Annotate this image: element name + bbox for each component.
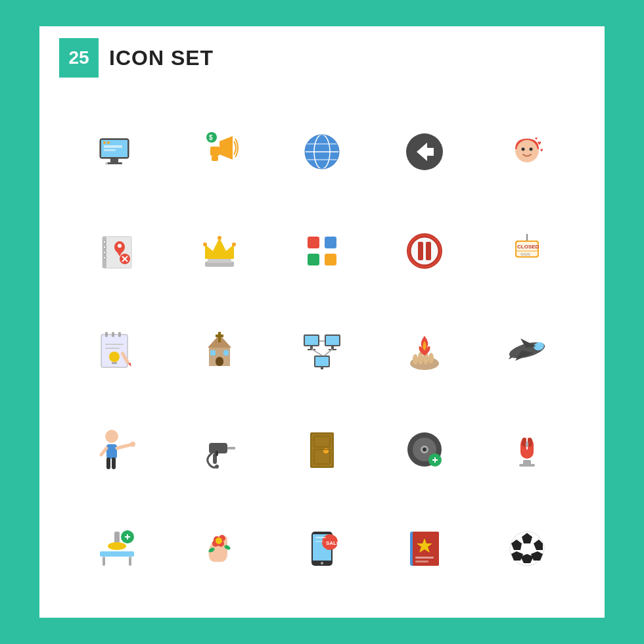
svg-rect-84 [326,336,339,345]
svg-point-138 [108,542,126,550]
notepad-idea-icon [87,321,147,380]
svg-rect-64 [112,332,114,337]
svg-point-146 [216,538,222,544]
svg-rect-110 [209,443,227,453]
svg-rect-81 [310,346,313,349]
back-arrow-icon [395,122,454,181]
svg-rect-3 [106,162,122,164]
svg-point-44 [203,242,207,246]
svg-point-68 [109,352,120,362]
icon-cell-fire-hands [373,301,476,400]
svg-text:CLOSED: CLOSED [517,244,540,250]
icon-cell-mouse [476,400,578,499]
svg-point-97 [428,353,434,363]
svg-rect-11 [212,156,218,161]
main-card: 25 ICON SET [39,26,605,618]
icon-cell-hand-flower [168,499,271,598]
medical-table-icon [87,519,147,578]
drill-icon [190,420,249,479]
svg-rect-108 [106,457,110,469]
svg-point-25 [530,148,533,151]
mouse-icon [497,420,557,479]
icon-cell-soccer [476,499,578,598]
badge: 25 [59,38,99,78]
svg-rect-128 [519,464,535,467]
svg-rect-78 [223,350,229,356]
svg-marker-9 [219,136,233,160]
svg-rect-77 [210,350,216,356]
svg-point-33 [103,251,106,254]
closed-sign-icon: CLOSED SIGN [497,221,557,281]
monitor-payment-icon [87,122,147,181]
svg-rect-7 [104,145,122,148]
svg-rect-80 [305,336,318,345]
svg-rect-65 [118,332,121,337]
add-media-icon [395,420,454,479]
svg-point-45 [218,236,221,240]
svg-rect-67 [105,348,120,349]
icon-cell-door [271,400,373,499]
door-icon [292,420,352,479]
person-pointing-icon [87,420,147,479]
icon-cell-closed: CLOSED SIGN [476,202,578,301]
svg-rect-69 [112,362,117,364]
svg-point-6 [107,141,110,144]
svg-rect-47 [308,237,319,248]
svg-marker-43 [205,238,234,259]
baby-icon: ♥ ♥ ♥ [497,122,557,181]
svg-text:♥: ♥ [540,147,543,153]
fire-hands-icon [395,321,454,380]
svg-point-36 [118,244,122,248]
svg-point-103 [105,430,118,443]
svg-point-32 [103,246,106,248]
crown-icon [190,221,249,281]
svg-point-23 [517,140,538,161]
icon-cell-back [373,103,476,202]
svg-rect-63 [105,332,108,337]
svg-rect-49 [308,254,319,265]
icon-cell-globe [271,103,373,202]
svg-text:SALE: SALE [326,540,340,546]
svg-rect-85 [331,346,334,349]
icon-cell-network [271,301,373,400]
svg-rect-8 [104,149,116,151]
icon-cell-person [66,400,168,499]
svg-rect-113 [216,451,218,456]
no-entry-icon [395,221,454,281]
svg-point-46 [232,242,236,246]
header: 25 ICON SET [39,26,605,89]
svg-rect-50 [325,254,336,265]
svg-rect-131 [522,438,526,447]
svg-rect-135 [103,557,105,566]
svg-rect-155 [315,541,323,542]
icon-cell-monitor-payment [66,103,168,202]
svg-text:SIGN: SIGN [520,252,530,256]
svg-point-24 [522,148,525,151]
svg-rect-76 [216,357,223,366]
svg-text:$: $ [209,134,213,141]
icon-cell-baby: ♥ ♥ ♥ [476,103,578,202]
svg-rect-154 [315,537,326,538]
page-title: ICON SET [109,46,214,70]
svg-rect-88 [315,357,329,366]
svg-line-107 [101,448,106,455]
icon-cell-airplane [476,301,578,400]
svg-rect-89 [321,367,323,369]
network-icon [292,321,352,380]
icon-cell-phone-sale: SALE [271,499,373,598]
airplane-icon [497,321,557,380]
svg-line-91 [311,349,322,356]
svg-rect-159 [415,557,434,559]
svg-point-34 [103,256,106,259]
svg-rect-53 [418,242,423,260]
icon-cell-medical-table [66,499,168,598]
location-cancel-icon [87,221,147,281]
icon-cell-location-cancel [66,202,168,301]
svg-text:♥: ♥ [535,136,538,141]
svg-rect-42 [208,259,231,263]
icon-cell-megaphone: $ [168,103,271,202]
svg-rect-132 [528,438,532,447]
icon-cell-book-star [373,499,476,598]
svg-rect-10 [210,147,219,156]
svg-rect-116 [311,434,333,467]
